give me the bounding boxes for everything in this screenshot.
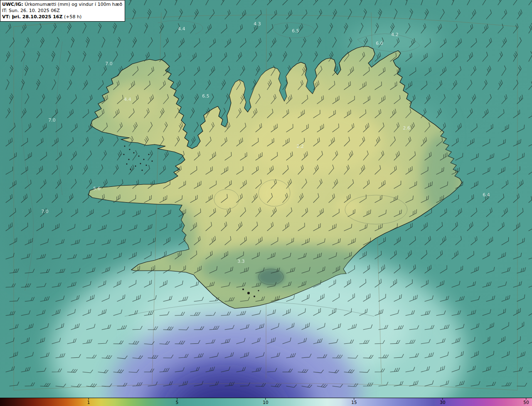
contour-value-label: 7.0	[48, 117, 56, 123]
colorbar-gradient	[0, 398, 532, 406]
contour-value-label: 5.6	[93, 186, 101, 191]
valid-value: þri. 28.10.2025 16Z	[10, 14, 63, 20]
contour-value-label: 2.6	[403, 125, 410, 131]
contour-value-label: 4.4	[178, 26, 185, 32]
contour-value-label: 7.0	[41, 209, 49, 214]
weather-map-viewport: 4.44.36.54.26.07.04.46.57.02.62.25.66.47…	[0, 0, 532, 406]
product-title: Úrkomumætti (mm) og vindur í 100m hæð	[23, 2, 123, 7]
valid-offset: (+58 h)	[62, 14, 81, 20]
contour-value-label: 3.3	[237, 259, 245, 264]
contour-value-label: 4.3	[254, 21, 261, 27]
title-line-valid: VT: þri. 28.10.2025 16Z (+58 h)	[2, 14, 122, 20]
contour-value-label: 6.4	[483, 192, 490, 198]
init-value: Sun. 26. 10. 2025 06Z	[7, 8, 59, 13]
precipitation-colorbar: 1510153050	[0, 398, 532, 406]
title-line-init: IT: Sun. 26. 10. 2025 06Z	[2, 7, 122, 14]
contour-value-label: 4.2	[391, 32, 399, 37]
valid-label: VT:	[2, 14, 10, 20]
model-label: UWC/IG:	[2, 2, 23, 7]
contour-value-label: 7.0	[105, 61, 113, 66]
title-line-model: UWC/IG: Úrkomumætti (mm) og vindur í 100…	[2, 1, 122, 7]
contour-value-label: 2.2	[296, 144, 304, 149]
weather-map: 4.44.36.54.26.07.04.46.57.02.62.25.66.47…	[0, 0, 532, 398]
contour-value-label: 6.0	[376, 41, 383, 46]
init-label: IT:	[2, 8, 7, 13]
map-title-box: UWC/IG: Úrkomumætti (mm) og vindur í 100…	[0, 0, 125, 22]
contour-value-label: 4.4	[124, 97, 131, 102]
contour-value-label: 6.5	[202, 93, 209, 99]
contour-value-label: 6.5	[292, 28, 299, 34]
